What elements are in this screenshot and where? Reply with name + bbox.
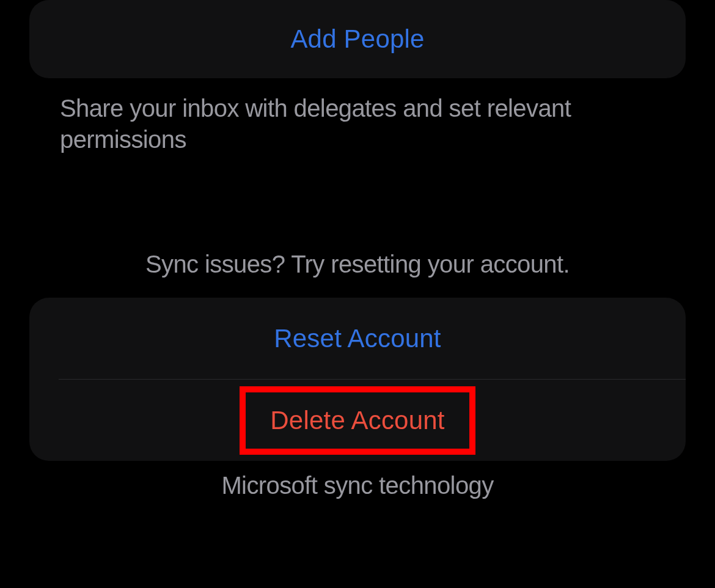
delete-account-row[interactable]: Delete Account [29, 380, 686, 461]
reset-account-row[interactable]: Reset Account [29, 298, 686, 379]
sync-technology-label: Microsoft sync technology [29, 461, 686, 499]
add-people-card: Add People [29, 0, 686, 78]
add-people-button[interactable]: Add People [290, 24, 424, 54]
delete-account-button[interactable]: Delete Account [270, 406, 444, 435]
account-actions-card: Reset Account Delete Account [29, 298, 686, 461]
account-section-header: Sync issues? Try resetting your account. [29, 251, 686, 298]
reset-account-button[interactable]: Reset Account [274, 324, 441, 353]
delegates-footer-text: Share your inbox with delegates and set … [29, 78, 686, 155]
spacer [29, 155, 686, 251]
delete-account-highlight: Delete Account [240, 386, 475, 455]
